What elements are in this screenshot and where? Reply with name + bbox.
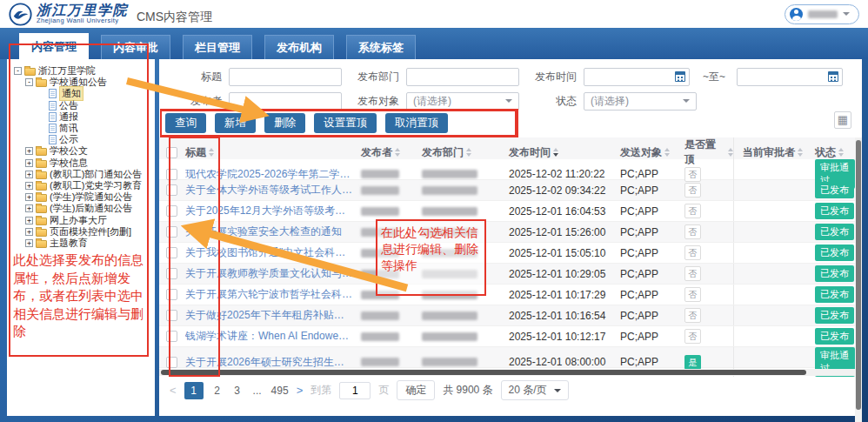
publish-time-end-input[interactable] <box>737 68 843 86</box>
tree-expand-icon[interactable]: + <box>25 159 33 167</box>
tree-node-jianxun[interactable]: 简讯 <box>12 123 153 134</box>
tree-node-page-module[interactable]: + 页面模块控件[勿删] <box>12 226 153 238</box>
vertical-scrollbar-thumb[interactable] <box>856 140 861 410</box>
tree-node-gongshi[interactable]: 公示 <box>12 134 153 145</box>
page-2[interactable]: 2 <box>211 385 224 397</box>
row-title-link[interactable]: 关于做好2025年下半年租房补贴申请工作... <box>185 308 361 323</box>
status-select[interactable]: (请选择) <box>584 92 697 111</box>
row-checkbox[interactable] <box>166 310 177 321</box>
tree-expand-icon[interactable]: + <box>25 182 33 190</box>
user-menu[interactable] <box>785 4 859 24</box>
page-1[interactable]: 1 <box>184 382 204 399</box>
col-status: 状态 <box>815 145 836 160</box>
set-top-button[interactable]: 设置置顶 <box>314 113 377 133</box>
row-checkbox[interactable] <box>166 247 177 258</box>
tab-content-approve[interactable]: 内容审批 <box>101 35 170 59</box>
tree-expand-icon[interactable]: + <box>25 204 33 212</box>
page-last[interactable]: 495 <box>271 385 289 397</box>
top-badge: 否 <box>684 167 701 182</box>
tree-node-student-logistics-notice[interactable]: + (学生)后勤通知公告 <box>12 203 153 214</box>
row-checkbox[interactable] <box>166 226 177 238</box>
page-3[interactable]: 3 <box>231 385 244 397</box>
tree-node-tongzhi-selected[interactable]: 通知 <box>12 88 153 99</box>
row-checkbox[interactable] <box>166 289 177 300</box>
tree-node-staff-party-study[interactable]: + (教职工)党史学习教育 <box>12 180 153 191</box>
row-title-link[interactable]: 关于开展第六轮宁波市哲学社会科学研究... <box>185 287 361 302</box>
sort-icon[interactable] <box>466 148 471 157</box>
sort-icon[interactable] <box>395 148 400 157</box>
target-select[interactable]: (请选择) <box>406 92 519 111</box>
tree-expand-icon[interactable]: + <box>25 171 33 178</box>
row-title-link[interactable]: 关于开展实验室安全大检查的通知 <box>185 224 361 239</box>
goto-confirm-button[interactable]: 确定 <box>397 380 435 400</box>
delete-button[interactable]: 删除 <box>264 113 305 133</box>
query-button[interactable]: 查询 <box>165 113 206 133</box>
publish-time-start-input[interactable] <box>584 68 690 86</box>
select-all-checkbox[interactable] <box>166 147 177 158</box>
prev-page-icon[interactable]: < <box>170 384 177 397</box>
row-title-link[interactable]: 关于全体大学外语等级考试工作人员（含... <box>185 183 361 198</box>
page-size-select[interactable]: 20 条/页 <box>501 380 569 400</box>
tab-system-label[interactable]: 系统标签 <box>346 35 416 59</box>
row-title-link[interactable]: 钱湖学术讲座：When AI Endowed with ... <box>185 329 361 344</box>
folder-icon <box>36 160 47 168</box>
row-checkbox[interactable] <box>166 357 177 368</box>
row-title-link[interactable]: 关于开展教师教学质量文化认知与学生本... <box>185 266 361 281</box>
column-settings-icon[interactable]: ▦ <box>834 111 851 129</box>
tree-expand-icon[interactable]: + <box>25 239 33 247</box>
dept-input[interactable] <box>406 68 519 86</box>
row-checkbox[interactable] <box>166 184 177 196</box>
tree-node-school-info[interactable]: + 学校信息 <box>12 157 153 169</box>
tree-node-gonggao[interactable]: 公告 <box>12 100 153 111</box>
table-header: 标题 发布者 发布部门 发布时间 发送对象 是否置顶 当前审批者 状态 <box>159 137 855 159</box>
sort-icon-active[interactable] <box>553 148 558 157</box>
horizontal-scrollbar-thumb[interactable] <box>161 370 806 375</box>
tree-node-staff-dept-notice[interactable]: + (教职工)部门通知公告 <box>12 169 153 180</box>
sort-icon[interactable] <box>209 148 214 157</box>
chevron-down-icon <box>683 99 690 103</box>
dept-redacted <box>422 170 477 178</box>
goto-page-input[interactable] <box>339 382 371 399</box>
tree-node-online-hall[interactable]: + 网上办事大厅 <box>12 214 153 225</box>
tree-node-root[interactable]: - 浙江万里学院 <box>12 65 153 77</box>
sort-icon[interactable] <box>664 148 670 157</box>
row-title-link[interactable]: 关于2025年12月大学外语等级考试监考... <box>185 204 361 218</box>
publish-time: 2025-12-01 08:00:00 <box>509 356 620 368</box>
next-page-icon[interactable]: > <box>297 384 304 397</box>
publisher-input[interactable] <box>229 92 342 111</box>
add-button[interactable]: 新增 <box>215 113 256 133</box>
calendar-icon[interactable] <box>675 71 685 82</box>
publish-time-start-field <box>584 68 690 86</box>
row-checkbox[interactable] <box>166 268 177 279</box>
tree-expand-icon[interactable]: + <box>25 228 33 236</box>
publisher-redacted <box>361 291 399 299</box>
table-row: 关于我校图书馆开通"中文社会科学引文... 2025-12-01 15:05:1… <box>159 243 855 264</box>
row-title-link[interactable]: 关于我校图书馆开通"中文社会科学引文... <box>185 245 361 260</box>
status-label: 状态 <box>528 94 577 109</box>
dept-redacted <box>422 249 477 258</box>
tree-node-school-doc[interactable]: + 学校公文 <box>12 145 153 157</box>
row-checkbox[interactable] <box>166 169 177 180</box>
tab-column-manage[interactable]: 栏目管理 <box>183 35 252 59</box>
row-title-link[interactable]: 现代农学院2025-2026学年第二学期拟用... <box>185 167 361 182</box>
horizontal-scrollbar[interactable] <box>159 369 855 376</box>
tree-expand-icon[interactable]: + <box>25 193 33 201</box>
tree-collapse-icon[interactable]: - <box>25 78 33 86</box>
tree-collapse-icon[interactable]: - <box>14 67 22 75</box>
tree-node-tongbao[interactable]: 通报 <box>12 111 153 123</box>
tab-content-manage[interactable]: 内容管理 <box>19 33 89 59</box>
row-checkbox[interactable] <box>166 331 177 342</box>
sort-icon[interactable] <box>838 148 844 157</box>
tree-node-student-college-notice[interactable]: + (学生)学院通知公告 <box>12 191 153 203</box>
row-checkbox[interactable] <box>166 205 177 217</box>
tab-publish-org[interactable]: 发布机构 <box>264 35 334 59</box>
tree-expand-icon[interactable]: + <box>25 147 33 155</box>
title-input[interactable] <box>229 68 342 86</box>
tree-expand-icon[interactable]: + <box>25 217 33 224</box>
cancel-top-button[interactable]: 取消置顶 <box>385 113 448 133</box>
tree-node-theme-education[interactable]: + 主题教育 <box>12 238 153 249</box>
vertical-scrollbar[interactable] <box>855 137 862 422</box>
row-title-link[interactable]: 关于开展2026年硕士研究生招生考试回避... <box>185 355 361 370</box>
sort-icon[interactable] <box>798 148 803 157</box>
calendar-icon[interactable] <box>828 71 838 82</box>
